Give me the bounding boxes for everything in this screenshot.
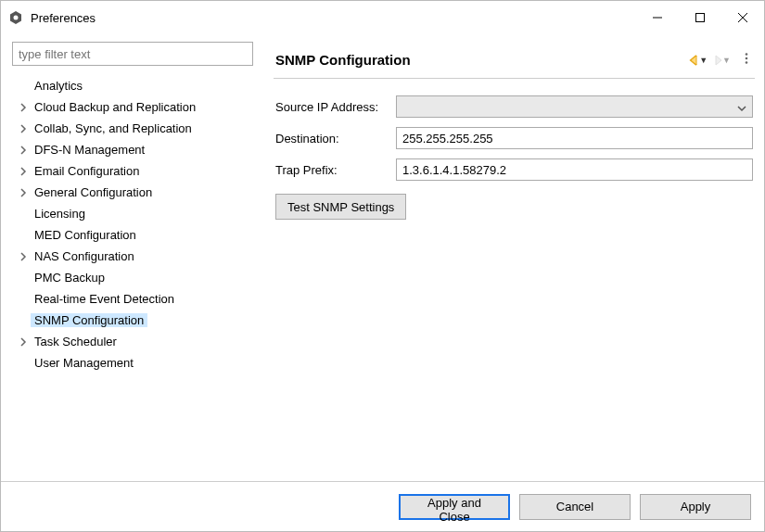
test-snmp-button[interactable]: Test SNMP Settings <box>275 194 406 220</box>
tree-item[interactable]: DFS-N Management <box>12 139 264 160</box>
tree-item[interactable]: Licensing <box>12 203 264 224</box>
tree-item-label: PMC Backup <box>31 271 108 285</box>
sidebar: AnalyticsCloud Backup and ReplicationCol… <box>1 34 264 481</box>
footer: Apply and Close Cancel Apply <box>1 481 764 531</box>
svg-point-6 <box>746 53 748 56</box>
snmp-form: Source IP Address: Destination: <box>274 79 755 220</box>
tree-item[interactable]: Collab, Sync, and Replication <box>12 118 264 139</box>
titlebar: Preferences <box>1 1 764 34</box>
tree-item[interactable]: MED Configuration <box>12 224 264 246</box>
main-header: SNMP Configuration ▼ ▼ <box>274 42 755 79</box>
tree-item-label: Analytics <box>31 79 86 93</box>
tree-item-label: Email Configuration <box>31 164 143 178</box>
chevron-right-icon[interactable] <box>16 335 31 349</box>
tree-item[interactable]: NAS Configuration <box>12 246 264 267</box>
apply-button[interactable]: Apply <box>640 494 751 520</box>
destination-input[interactable] <box>396 127 753 149</box>
nav-back-button[interactable]: ▼ <box>688 54 708 67</box>
trap-prefix-label: Trap Prefix: <box>275 163 396 177</box>
tree-item-label: Licensing <box>31 207 89 221</box>
source-ip-label: Source IP Address: <box>275 100 396 114</box>
tree-item[interactable]: SNMP Configuration <box>12 310 264 331</box>
preferences-tree: AnalyticsCloud Backup and ReplicationCol… <box>8 75 264 374</box>
destination-row: Destination: <box>275 127 753 149</box>
tree-item[interactable]: Real-time Event Detection <box>12 288 264 310</box>
dropdown-caret-icon: ▼ <box>722 56 731 65</box>
content-area: AnalyticsCloud Backup and ReplicationCol… <box>1 34 764 481</box>
tree-item[interactable]: Analytics <box>12 75 264 96</box>
nav-forward-button[interactable]: ▼ <box>711 54 731 67</box>
tree-item[interactable]: Cloud Backup and Replication <box>12 96 264 118</box>
source-ip-row: Source IP Address: <box>275 95 753 118</box>
tree-item-label: MED Configuration <box>31 228 140 242</box>
trap-prefix-input[interactable] <box>396 158 753 181</box>
svg-point-8 <box>746 61 748 64</box>
view-menu-button[interactable] <box>734 52 753 68</box>
tree-item-label: User Management <box>31 356 137 370</box>
chevron-right-icon[interactable] <box>16 143 31 158</box>
chevron-right-icon[interactable] <box>16 121 31 136</box>
chevron-down-icon <box>737 102 746 116</box>
tree-item-label: SNMP Configuration <box>31 313 147 327</box>
trap-prefix-row: Trap Prefix: <box>275 158 753 181</box>
svg-point-1 <box>14 16 19 20</box>
app-icon <box>8 10 23 25</box>
page-title: SNMP Configuration <box>275 52 688 68</box>
tree-item[interactable]: Email Configuration <box>12 160 264 182</box>
svg-rect-3 <box>696 14 705 22</box>
preferences-window: Preferences AnalyticsCloud Backup and Re… <box>0 0 765 532</box>
tree-item-label: NAS Configuration <box>31 249 138 263</box>
window-title: Preferences <box>31 11 636 25</box>
chevron-right-icon[interactable] <box>16 164 31 179</box>
tree-item-label: Real-time Event Detection <box>31 292 178 306</box>
kebab-menu-icon <box>740 52 753 65</box>
tree-item-label: Collab, Sync, and Replication <box>31 121 196 135</box>
chevron-right-icon[interactable] <box>16 249 31 264</box>
minimize-button[interactable] <box>636 1 679 34</box>
destination-label: Destination: <box>275 132 396 146</box>
tree-item-label: Task Scheduler <box>31 335 121 348</box>
source-ip-select[interactable] <box>396 95 753 118</box>
chevron-right-icon[interactable] <box>16 100 31 115</box>
tree-item-label: Cloud Backup and Replication <box>31 100 199 114</box>
tree-item-label: DFS-N Management <box>31 143 148 157</box>
tree-item-label: General Configuration <box>31 185 156 199</box>
window-controls <box>636 1 764 34</box>
filter-input[interactable] <box>12 42 253 66</box>
svg-point-7 <box>746 57 748 60</box>
tree-item[interactable]: General Configuration <box>12 182 264 203</box>
tree-item[interactable]: PMC Backup <box>12 267 264 288</box>
cancel-button[interactable]: Cancel <box>519 494 631 520</box>
dropdown-caret-icon: ▼ <box>699 56 708 65</box>
apply-and-close-button[interactable]: Apply and Close <box>399 494 510 520</box>
main-panel: SNMP Configuration ▼ ▼ <box>264 34 764 481</box>
close-button[interactable] <box>721 1 764 34</box>
tree-item[interactable]: User Management <box>12 352 264 374</box>
chevron-right-icon[interactable] <box>16 185 31 200</box>
maximize-button[interactable] <box>679 1 721 34</box>
tree-item[interactable]: Task Scheduler <box>12 331 264 352</box>
nav-icons: ▼ ▼ <box>688 52 753 68</box>
